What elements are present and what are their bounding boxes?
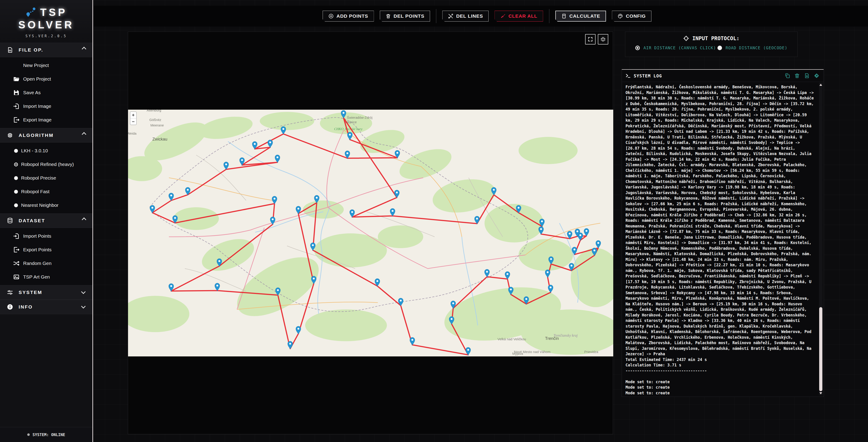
- map-label: Zwickau: [152, 137, 167, 141]
- scroll-down-icon[interactable]: [819, 392, 822, 394]
- radio-unselected[interactable]: [717, 45, 722, 50]
- calculator-icon: [561, 13, 567, 19]
- radio-unselected[interactable]: [14, 149, 18, 153]
- app-root: TSP SOLVER SYS.VER.2.0.5 FILE OP. New Pr…: [0, 0, 868, 442]
- map-label: Meerane: [150, 123, 164, 127]
- navigate-log-button[interactable]: [814, 73, 819, 78]
- algorithm-option-robopol-fast[interactable]: Robopol Fast: [0, 185, 92, 198]
- file-download-icon: [804, 73, 810, 78]
- file-export-icon: [13, 117, 20, 123]
- copy-log-button[interactable]: [784, 73, 790, 78]
- radio-unselected[interactable]: [14, 190, 18, 194]
- algorithm-items: LKH - 3.0.10 Robopol Refined (heavy) Rob…: [0, 143, 92, 213]
- chevron-down-icon: [81, 289, 86, 294]
- algorithm-option-nearest-neighbor[interactable]: Nearest Neighbor: [0, 198, 92, 212]
- clear-all-button[interactable]: CLEAR ALL: [495, 11, 543, 22]
- map-label: CHKO Jizerské hory: [334, 127, 363, 131]
- section-header-system[interactable]: SYSTEM: [0, 285, 92, 299]
- app-title-line1: TSP: [40, 6, 67, 19]
- save-icon: [13, 89, 20, 96]
- scroll-up-icon[interactable]: [819, 84, 822, 86]
- shuffle-icon: [13, 260, 20, 266]
- radio-selected[interactable]: [14, 162, 18, 166]
- dataset-items: Import Points Export Points Random Gen T…: [0, 228, 92, 285]
- syslog-text: Frýdlantská, Nádražní, Československé ar…: [625, 84, 814, 396]
- app-version: SYS.VER.2.0.5: [0, 34, 92, 38]
- protocol-title: INPUT PROTOCOL:: [692, 35, 740, 41]
- file-op-items: New Project Open Project Save As Import …: [0, 57, 92, 128]
- chevron-down-icon: [81, 304, 86, 309]
- algorithm-option-lkh[interactable]: LKH - 3.0.10: [0, 144, 92, 158]
- log-title: SYSTEM LOG: [634, 73, 662, 78]
- add-points-button[interactable]: ADD POINTS: [322, 11, 374, 22]
- palette-icon: [618, 13, 623, 19]
- radio-unselected[interactable]: [14, 176, 18, 180]
- zoom-in-button[interactable]: +: [130, 112, 136, 118]
- sidebar-item-export-image[interactable]: Export Image: [0, 113, 92, 127]
- chevron-up-icon: [82, 47, 86, 51]
- fit-view-button[interactable]: [598, 34, 608, 44]
- section-header-algorithm[interactable]: ALGORITHM: [0, 128, 92, 143]
- section-header-info[interactable]: INFO: [0, 299, 92, 314]
- scrollbar-thumb[interactable]: [819, 307, 823, 391]
- sidebar-item-new-project[interactable]: New Project: [0, 59, 92, 72]
- diamond-arrow-icon: [814, 73, 819, 78]
- broom-icon: [500, 13, 506, 19]
- protocol-option-air-distance[interactable]: AIR DISTANCE (CANVAS CLICK): [635, 45, 716, 50]
- trash-icon: [794, 73, 800, 78]
- map-label: Myjava: [512, 352, 523, 355]
- status-dot-icon: [27, 433, 30, 436]
- toolbar: ADD POINTS DEL POINTS DEL LINES CLEAR AL…: [94, 6, 868, 27]
- sidebar-item-import-points[interactable]: Import Points: [0, 229, 92, 243]
- map-label: Prievidza: [584, 350, 598, 354]
- map-label: Gößnitz: [149, 118, 161, 122]
- compress-icon: [600, 36, 606, 42]
- clear-log-button[interactable]: [794, 73, 800, 78]
- config-button[interactable]: CONFIG: [612, 11, 651, 22]
- radio-unselected[interactable]: [14, 203, 18, 207]
- map-canvas[interactable]: AltenburgGößnitzMeeraneWeidaZwickauHejni…: [128, 32, 613, 434]
- section-label: SYSTEM: [19, 290, 42, 295]
- log-scrollbar[interactable]: [819, 83, 823, 395]
- input-protocol-panel: INPUT PROTOCOL: AIR DISTANCE (CANVAS CLI…: [625, 32, 798, 57]
- map[interactable]: AltenburgGößnitzMeeraneWeidaZwickauHejni…: [128, 109, 613, 356]
- toolbar-divider: [436, 9, 436, 23]
- sidebar-item-open-project[interactable]: Open Project: [0, 72, 92, 86]
- copy-icon: [784, 73, 790, 78]
- section-label: ALGORITHM: [19, 133, 54, 138]
- chevron-up-icon: [82, 218, 86, 222]
- file-import-icon: [13, 233, 20, 239]
- map-svg[interactable]: AltenburgGößnitzMeeraneWeidaZwickauHejni…: [128, 109, 613, 356]
- sidebar-item-import-image[interactable]: Import Image: [0, 99, 92, 113]
- map-zoom-control: + −: [130, 112, 137, 125]
- section-header-file-op[interactable]: FILE OP.: [0, 43, 92, 57]
- del-lines-button[interactable]: DEL LINES: [442, 11, 489, 22]
- route-off-icon: [448, 13, 454, 19]
- radio-selected[interactable]: [635, 45, 640, 50]
- map-label: Świeradów-Zdrój: [347, 116, 373, 119]
- sidebar-item-random-gen[interactable]: Random Gen: [0, 256, 92, 270]
- section-header-dataset[interactable]: DATASET: [0, 213, 92, 228]
- info-icon: [7, 304, 13, 310]
- map-label: Velká nad Veličkou: [497, 337, 526, 341]
- database-icon: [7, 218, 13, 224]
- sidebar-item-export-points[interactable]: Export Points: [0, 243, 92, 256]
- del-points-button[interactable]: DEL POINTS: [380, 11, 430, 22]
- plus-circle-icon: [328, 13, 334, 19]
- algorithm-option-robopol-precise[interactable]: Robopol Precise: [0, 171, 92, 185]
- file-export-icon: [13, 247, 20, 253]
- status-text: SYSTEM: ONLINE: [32, 433, 65, 437]
- zoom-out-button[interactable]: −: [130, 118, 136, 125]
- protocol-option-road-distance[interactable]: ROAD DISTANCE (GEOCODE): [717, 45, 787, 50]
- map-label: Altenburg: [147, 109, 161, 112]
- map-label: Weida: [128, 131, 137, 135]
- algorithm-option-robopol-refined[interactable]: Robopol Refined (heavy): [0, 158, 92, 171]
- image-icon: [13, 274, 20, 280]
- download-log-button[interactable]: [804, 73, 810, 78]
- sidebar-item-save-as[interactable]: Save As: [0, 86, 92, 99]
- calculate-button[interactable]: CALCULATE: [555, 11, 606, 22]
- section-label: FILE OP.: [19, 47, 43, 53]
- fullscreen-button[interactable]: [585, 34, 595, 44]
- sidebar-item-tsp-art-gen[interactable]: TSP Art Gen: [0, 270, 92, 284]
- file-code-icon: [7, 47, 13, 53]
